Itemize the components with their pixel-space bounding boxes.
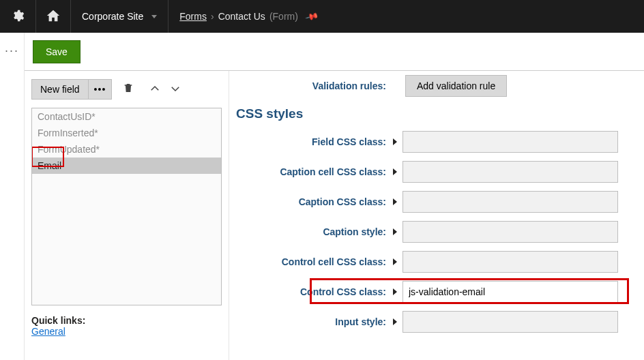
home-icon	[46, 8, 61, 25]
label-field-css-class: Field CSS class:	[236, 136, 390, 147]
quick-links: Quick links: General	[31, 315, 222, 337]
chevron-up-icon	[149, 87, 161, 97]
home-cell[interactable]	[36, 0, 71, 33]
input-caption-cell-css-class[interactable]	[402, 161, 618, 183]
row-control-cell-css-class: Control cell CSS class:	[236, 247, 644, 277]
quick-links-heading: Quick links:	[31, 315, 222, 326]
field-toolbar: New field •••	[31, 79, 222, 100]
move-down-button[interactable]	[165, 81, 186, 98]
caret-icon[interactable]	[393, 228, 397, 235]
new-field-more-button[interactable]: •••	[89, 79, 113, 100]
list-item[interactable]: FormUpdated*	[32, 141, 221, 158]
section-css-styles: CSS styles	[236, 106, 644, 121]
breadcrumb-muted: (Form)	[269, 11, 298, 22]
breadcrumb: Forms › Contact Us (Form) 📌	[179, 11, 317, 22]
label-caption-cell-css-class: Caption cell CSS class:	[236, 166, 390, 177]
list-item[interactable]: ContactUsID*	[32, 108, 221, 125]
label-validation-rules: Validation rules:	[236, 80, 390, 91]
trash-icon	[123, 84, 134, 95]
row-caption-css-class: Caption CSS class:	[236, 187, 644, 217]
row-caption-cell-css-class: Caption cell CSS class:	[236, 157, 644, 187]
input-input-style[interactable]	[402, 311, 618, 333]
site-selector[interactable]: Corporate Site	[71, 0, 169, 33]
label-caption-css-class: Caption CSS class:	[236, 196, 390, 207]
pin-icon[interactable]: 📌	[304, 10, 319, 24]
row-control-css-class: Control CSS class:	[236, 277, 644, 307]
move-up-button[interactable]	[145, 81, 165, 98]
more-icon: ...	[5, 41, 19, 360]
gear-icon	[11, 9, 25, 25]
breadcrumb-sep-icon: ›	[211, 11, 214, 22]
input-caption-style[interactable]	[402, 221, 618, 243]
caret-icon[interactable]	[393, 138, 397, 145]
fields-panel: New field •••	[25, 71, 229, 360]
label-control-cell-css-class: Control cell CSS class:	[236, 256, 390, 267]
input-caption-css-class[interactable]	[402, 191, 618, 213]
actionbar: Save	[25, 33, 644, 71]
row-field-css-class: Field CSS class:	[236, 127, 644, 157]
caret-icon[interactable]	[393, 288, 397, 295]
left-gutter[interactable]: ...	[0, 33, 25, 360]
row-validation-rules: Validation rules: Add validation rule	[236, 71, 644, 101]
list-item[interactable]: FormInserted*	[32, 125, 221, 141]
app-logo-cell[interactable]	[0, 0, 36, 33]
row-caption-style: Caption style:	[236, 217, 644, 247]
input-field-css-class[interactable]	[402, 131, 618, 153]
breadcrumb-cell: Forms › Contact Us (Form) 📌	[169, 0, 328, 33]
form-area: Validation rules: Add validation rule CS…	[229, 71, 644, 360]
input-control-cell-css-class[interactable]	[402, 251, 618, 273]
delete-button[interactable]	[117, 80, 139, 99]
new-field-button[interactable]: New field	[31, 79, 89, 100]
quick-link-general[interactable]: General	[31, 326, 65, 337]
add-validation-rule-button[interactable]: Add validation rule	[405, 75, 507, 97]
list-item-selected[interactable]: Email	[32, 158, 221, 174]
save-button[interactable]: Save	[33, 40, 80, 63]
label-input-style: Input style:	[236, 316, 390, 327]
site-name: Corporate Site	[82, 11, 147, 22]
breadcrumb-forms-link[interactable]: Forms	[179, 11, 207, 22]
caret-icon[interactable]	[393, 168, 397, 175]
caret-icon[interactable]	[393, 318, 397, 325]
input-control-css-class[interactable]	[402, 281, 618, 303]
breadcrumb-current: Contact Us	[218, 11, 265, 22]
label-control-css-class: Control CSS class:	[236, 286, 390, 297]
caret-icon[interactable]	[393, 258, 397, 265]
row-input-style: Input style:	[236, 307, 644, 337]
field-list[interactable]: ContactUsID* FormInserted* FormUpdated* …	[31, 108, 222, 305]
dropdown-triangle-icon	[151, 15, 157, 18]
label-caption-style: Caption style:	[236, 226, 390, 237]
topbar: Corporate Site Forms › Contact Us (Form)…	[0, 0, 644, 33]
caret-icon[interactable]	[393, 198, 397, 205]
chevron-down-icon	[169, 87, 181, 97]
